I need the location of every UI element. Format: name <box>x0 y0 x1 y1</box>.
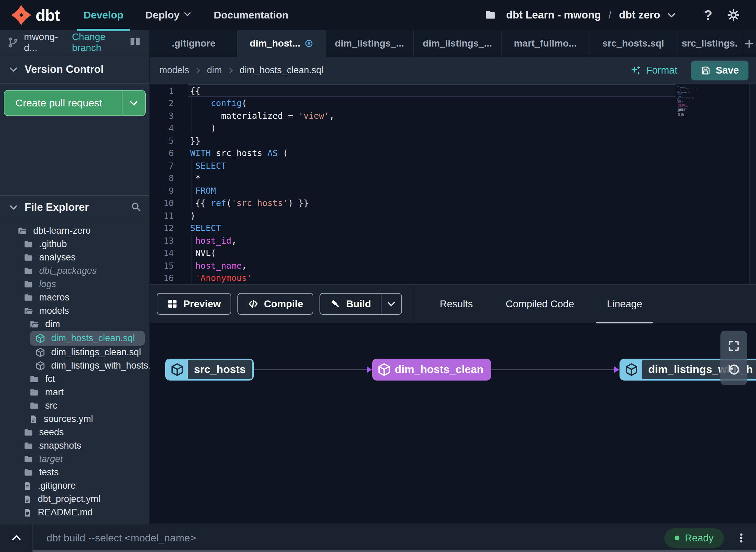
code-line[interactable]: 9 FROM <box>150 184 756 197</box>
file-tree-item-dim[interactable]: dim <box>0 318 149 331</box>
code-line[interactable]: 8 * <box>150 172 756 185</box>
code-line[interactable]: 10 {{ ref('src_hosts') }} <box>150 197 756 210</box>
file-tree-item-label: .gitignore <box>38 480 76 491</box>
code-line[interactable]: 5}} <box>150 134 756 147</box>
chevron-down-icon <box>183 9 192 21</box>
file-tree-item-src[interactable]: src <box>0 399 149 412</box>
build-options-button[interactable] <box>381 299 401 309</box>
tab-src-listings[interactable]: src_listings. <box>677 30 742 57</box>
command-input[interactable]: dbt build --select <model_name> <box>47 532 664 544</box>
preview-button[interactable]: Preview <box>157 293 231 315</box>
compile-button-main[interactable]: Compile <box>238 298 313 310</box>
code-text: ) <box>174 211 195 221</box>
search-icon[interactable] <box>130 201 141 214</box>
file-tree-item-dbt-packages[interactable]: dbt_packages <box>0 264 149 278</box>
tab-dim-host[interactable]: dim_host... <box>238 30 326 57</box>
tab-src-hosts-sql[interactable]: src_hosts.sql <box>589 30 677 57</box>
file-tree-item-label: dbt_project.yml <box>38 494 101 504</box>
refresh-icon[interactable] <box>727 363 740 376</box>
nav-item-develop[interactable]: Develop <box>83 0 123 30</box>
file-tree-item-sources-yml[interactable]: sources.yml <box>0 412 149 426</box>
nav-item-deploy[interactable]: Deploy <box>145 0 192 30</box>
code-line[interactable]: 14 NVL( <box>150 247 756 260</box>
file-tree-item-github[interactable]: .github <box>0 238 149 251</box>
panel-tab-compiled-code[interactable]: Compiled Code <box>506 285 574 323</box>
code-line[interactable]: 11) <box>150 209 756 222</box>
tab-dim-listings[interactable]: dim_listings_... <box>326 30 414 57</box>
editor-scrollbar[interactable] <box>749 84 756 284</box>
file-tree-item-mart[interactable]: mart <box>0 386 149 399</box>
horizontal-scrollbar[interactable] <box>32 550 756 552</box>
file-tree-item-dim-listings-clean-sql[interactable]: dim_listings_clean.sql <box>0 346 149 359</box>
cube-icon <box>35 333 45 344</box>
build-button[interactable]: Build <box>320 293 402 315</box>
file-tree-item-models[interactable]: models <box>0 304 149 318</box>
file-tree-item-dbt-project-yml[interactable]: dbt_project.yml <box>0 492 149 506</box>
docs-book-icon[interactable] <box>130 36 141 49</box>
file-tree-item-fct[interactable]: fct <box>0 372 149 386</box>
help-button[interactable]: ? <box>699 5 718 25</box>
code-line[interactable]: 13 host_id, <box>150 234 756 247</box>
panel-tab-lineage[interactable]: Lineage <box>607 285 642 323</box>
git-branch-icon <box>8 37 18 48</box>
file-tree-item-dbt-learn-zero[interactable]: dbt-learn-zero <box>0 224 149 238</box>
code-line[interactable]: 4 ) <box>150 122 756 135</box>
file-tree-item-snapshots[interactable]: snapshots <box>0 439 149 452</box>
new-tab-button[interactable]: + <box>742 30 756 57</box>
code-editor[interactable]: 1{{2 config(3 materialized = 'view',4 )5… <box>150 84 756 284</box>
code-line[interactable]: 12SELECT <box>150 222 756 235</box>
preview-button-main[interactable]: Preview <box>157 298 231 310</box>
save-button[interactable]: Save <box>691 61 748 80</box>
file-tree-item-macros[interactable]: macros <box>0 291 149 304</box>
pull-request-options-button[interactable] <box>122 91 145 115</box>
chevron-up-icon <box>11 532 22 544</box>
file-tree-item-label: target <box>39 454 63 464</box>
lineage-node-dim-hosts-clean[interactable]: dim_hosts_clean <box>372 359 491 381</box>
code-line[interactable]: 16 'Anonymous' <box>150 272 756 284</box>
code-line[interactable]: 6WITH src_hosts AS ( <box>150 147 756 160</box>
folder-open-icon <box>17 226 27 236</box>
project-selector[interactable]: dbt Learn - mwong / dbt zero <box>506 9 677 21</box>
file-explorer-header[interactable]: File Explorer <box>0 195 149 219</box>
file-tree-item-gitignore[interactable]: .gitignore <box>0 479 149 492</box>
version-control-body: Create pull request <box>0 84 149 195</box>
build-button-main[interactable]: Build <box>320 298 381 310</box>
settings-gear-button[interactable] <box>724 5 743 25</box>
file-tree-item-dim-listings-with-hosts[interactable]: dim_listings_with_hosts... <box>0 359 149 372</box>
lineage-node-src-hosts[interactable]: src_hosts <box>165 359 254 381</box>
dbt-logo[interactable]: dbt <box>10 4 60 26</box>
create-pull-request-label[interactable]: Create pull request <box>4 91 122 115</box>
file-tree-item-logs[interactable]: logs <box>0 278 149 291</box>
format-button[interactable]: Format <box>630 65 677 76</box>
code-line[interactable]: 3 materialized = 'view', <box>150 110 756 122</box>
cube-icon <box>170 362 184 377</box>
create-pull-request-button[interactable]: Create pull request <box>4 90 146 116</box>
expand-command-bar-button[interactable] <box>0 532 32 544</box>
kebab-menu-button[interactable] <box>735 532 747 544</box>
fullscreen-icon[interactable] <box>727 339 740 352</box>
code-line[interactable]: 7 SELECT <box>150 159 756 172</box>
tab-mart-fullmo[interactable]: mart_fullmo... <box>501 30 589 57</box>
divider <box>32 524 33 552</box>
file-tree-item-tests[interactable]: tests <box>0 466 149 479</box>
code-line[interactable]: 15 host_name, <box>150 259 756 272</box>
line-number: 13 <box>150 236 174 246</box>
file-tree-item-analyses[interactable]: analyses <box>0 251 149 264</box>
version-control-header[interactable]: Version Control <box>0 55 149 84</box>
file-tree-item-readme-md[interactable]: README.md <box>0 506 149 519</box>
nav-item-label: Documentation <box>214 9 288 21</box>
editor-minimap[interactable]: {{ config( materialized = 'view', )}}WIT… <box>677 86 697 117</box>
tab-dim-listings[interactable]: dim_listings_... <box>414 30 501 57</box>
file-tree-item-seeds[interactable]: seeds <box>0 426 149 439</box>
file-tree-item-target[interactable]: target <box>0 452 149 466</box>
file-tree-item-label: analyses <box>39 252 76 263</box>
panel-tab-results[interactable]: Results <box>440 285 473 323</box>
file-tree-item-dim-hosts-clean-sql[interactable]: dim_hosts_clean.sql <box>30 331 145 346</box>
code-line[interactable]: 2 config( <box>150 97 756 110</box>
code-line[interactable]: 1{{ <box>150 85 756 97</box>
compile-button[interactable]: Compile <box>237 293 313 315</box>
nav-item-documentation[interactable]: Documentation <box>214 0 288 30</box>
main-nav: DevelopDeployDocumentation <box>83 0 288 30</box>
tab-gitignore[interactable]: .gitignore <box>150 30 238 57</box>
change-branch-link[interactable]: Change branch <box>72 31 124 53</box>
